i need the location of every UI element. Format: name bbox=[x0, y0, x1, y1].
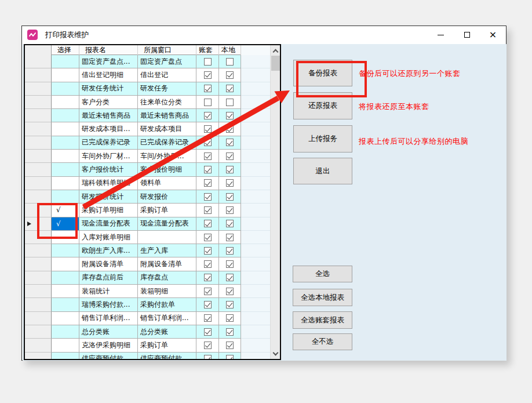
account-checkbox[interactable] bbox=[204, 153, 212, 160]
table-row[interactable]: 借出登记明细 借出登记 bbox=[25, 68, 270, 82]
table-row[interactable]: 研发报价统计 研发报价 bbox=[25, 190, 270, 204]
account-checkbox-cell[interactable] bbox=[196, 339, 219, 352]
select-none-button[interactable]: 全不选 bbox=[293, 333, 352, 350]
local-checkbox[interactable] bbox=[226, 139, 234, 146]
report-name-cell[interactable]: 瑞博采购付款... bbox=[79, 298, 138, 311]
upload-reports-button[interactable]: 上传报务 bbox=[293, 125, 352, 153]
select-cell[interactable] bbox=[52, 109, 79, 122]
report-name-cell[interactable]: 借出登记明细 bbox=[79, 68, 138, 82]
account-checkbox[interactable] bbox=[204, 314, 212, 322]
account-checkbox-cell[interactable] bbox=[196, 55, 219, 68]
select-cell[interactable] bbox=[52, 96, 79, 109]
local-checkbox-cell[interactable] bbox=[219, 257, 241, 271]
account-checkbox[interactable] bbox=[204, 139, 212, 146]
select-cell[interactable] bbox=[52, 163, 79, 176]
account-checkbox-cell[interactable] bbox=[196, 136, 219, 150]
owner-window-cell[interactable]: 固定资产盘点 bbox=[138, 55, 196, 68]
local-checkbox-cell[interactable] bbox=[219, 285, 241, 298]
row-header-cell[interactable] bbox=[25, 190, 52, 204]
row-header-cell[interactable] bbox=[25, 339, 52, 352]
select-cell[interactable] bbox=[52, 136, 79, 150]
local-checkbox[interactable] bbox=[226, 125, 234, 133]
account-checkbox[interactable] bbox=[204, 193, 212, 201]
account-checkbox[interactable] bbox=[204, 206, 212, 214]
account-checkbox-cell[interactable] bbox=[196, 244, 219, 257]
header-account-set[interactable]: 账套 bbox=[196, 45, 219, 55]
account-checkbox-cell[interactable] bbox=[196, 271, 219, 285]
report-name-cell[interactable]: 现金流量分配表 bbox=[79, 217, 138, 231]
select-cell[interactable] bbox=[52, 298, 79, 311]
select-cell[interactable] bbox=[52, 231, 79, 244]
select-cell[interactable]: √ bbox=[52, 204, 79, 217]
row-header-cell[interactable] bbox=[25, 122, 52, 136]
table-row[interactable]: 固定资产盘点... 固定资产盘点 bbox=[25, 55, 270, 68]
account-checkbox-cell[interactable] bbox=[196, 109, 219, 122]
account-checkbox[interactable] bbox=[204, 58, 212, 66]
local-checkbox[interactable] bbox=[226, 112, 234, 119]
select-cell[interactable] bbox=[52, 68, 79, 82]
table-row[interactable]: 销售订单利润... 销售订单利润... bbox=[25, 312, 270, 325]
report-name-cell[interactable]: 已完成保养记录 bbox=[79, 136, 138, 150]
report-name-cell[interactable]: 研发报价统计 bbox=[79, 190, 138, 204]
table-row[interactable]: 欧朗生产入库... 生产入库 bbox=[25, 244, 270, 257]
owner-window-cell[interactable]: 借出登记 bbox=[138, 68, 196, 82]
local-checkbox[interactable] bbox=[226, 71, 234, 79]
account-checkbox[interactable] bbox=[204, 247, 212, 255]
account-checkbox[interactable] bbox=[204, 234, 212, 241]
owner-window-cell[interactable]: 销售订单利润... bbox=[138, 312, 196, 325]
owner-window-cell[interactable]: 客户报价明细 bbox=[138, 163, 196, 176]
account-checkbox-cell[interactable] bbox=[196, 204, 219, 217]
local-checkbox-cell[interactable] bbox=[219, 96, 241, 109]
local-checkbox[interactable] bbox=[226, 301, 234, 308]
local-checkbox[interactable] bbox=[226, 206, 234, 214]
header-report-name[interactable]: 报表名 bbox=[79, 45, 138, 55]
select-cell[interactable] bbox=[52, 312, 79, 325]
table-row[interactable]: 瑞博采购付款... 采购付款单 bbox=[25, 298, 270, 311]
report-name-cell[interactable]: 库存盘点前后 bbox=[79, 271, 138, 285]
select-all-account-button[interactable]: 全选账套报表 bbox=[293, 311, 352, 329]
account-checkbox[interactable] bbox=[204, 85, 212, 92]
row-header-cell[interactable] bbox=[25, 325, 52, 339]
local-checkbox-cell[interactable] bbox=[219, 244, 241, 257]
row-header-cell[interactable] bbox=[25, 150, 52, 163]
owner-window-cell[interactable]: 现金流量分配表 bbox=[138, 217, 196, 231]
report-name-cell[interactable]: 供应商预付款... bbox=[79, 353, 138, 359]
local-checkbox[interactable] bbox=[226, 58, 234, 66]
table-row[interactable]: 入库对账单明细 bbox=[25, 231, 270, 244]
report-name-cell[interactable]: 客户报价统计 bbox=[79, 163, 138, 176]
owner-window-cell[interactable]: 采购订单 bbox=[138, 204, 196, 217]
row-header-cell[interactable] bbox=[25, 217, 52, 231]
report-name-cell[interactable]: 研发任务统计 bbox=[79, 82, 138, 96]
table-row[interactable]: 客户报价统计 客户报价明细 bbox=[25, 163, 270, 176]
table-row[interactable]: 已完成保养记录 已完成保养记录 bbox=[25, 136, 270, 150]
title-bar[interactable]: 打印报表维护 × bbox=[22, 26, 506, 43]
account-checkbox-cell[interactable] bbox=[196, 285, 219, 298]
owner-window-cell[interactable]: 附属设备清单 bbox=[138, 257, 196, 271]
local-checkbox-cell[interactable] bbox=[219, 353, 241, 359]
select-cell[interactable] bbox=[52, 285, 79, 298]
table-row[interactable]: 克洛伊采购明细 采购订单 bbox=[25, 339, 270, 352]
exit-button[interactable]: 退出 bbox=[293, 158, 352, 184]
minimize-button[interactable] bbox=[428, 26, 454, 43]
select-cell[interactable]: √ bbox=[52, 217, 79, 231]
table-row[interactable]: 研发成本项目... 研发成本项目 bbox=[25, 122, 270, 136]
local-checkbox-cell[interactable] bbox=[219, 122, 241, 136]
local-checkbox-cell[interactable] bbox=[219, 312, 241, 325]
account-checkbox[interactable] bbox=[204, 260, 212, 268]
local-checkbox-cell[interactable] bbox=[219, 190, 241, 204]
select-cell[interactable] bbox=[52, 55, 79, 68]
local-checkbox[interactable] bbox=[226, 355, 234, 359]
row-header-cell[interactable] bbox=[25, 244, 52, 257]
report-name-cell[interactable]: 瑞科领料单明细 bbox=[79, 177, 138, 190]
local-checkbox-cell[interactable] bbox=[219, 136, 241, 150]
report-name-cell[interactable]: 入库对账单明细 bbox=[79, 231, 138, 244]
header-owner-window[interactable]: 所属窗口 bbox=[138, 45, 196, 55]
select-cell[interactable] bbox=[52, 339, 79, 352]
table-row[interactable]: 总分类账 总分类账 bbox=[25, 325, 270, 339]
owner-window-cell[interactable]: 装箱明细 bbox=[138, 285, 196, 298]
owner-window-cell[interactable]: 采购订单 bbox=[138, 339, 196, 352]
owner-window-cell[interactable]: 领料单 bbox=[138, 177, 196, 190]
select-cell[interactable] bbox=[52, 177, 79, 190]
report-name-cell[interactable]: 客户分类 bbox=[79, 96, 138, 109]
account-checkbox-cell[interactable] bbox=[196, 122, 219, 136]
